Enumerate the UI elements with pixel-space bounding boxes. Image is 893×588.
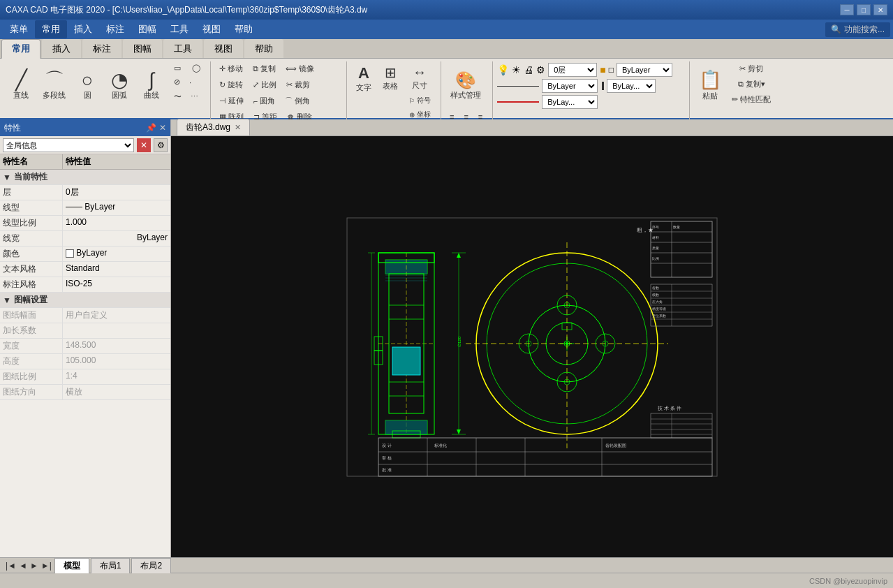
btn-point[interactable]: · xyxy=(185,75,195,89)
prop-val-height[interactable]: 105.000 xyxy=(63,354,170,369)
menu-item-gongju[interactable]: 工具 xyxy=(163,20,195,38)
prop-val-dimstyle[interactable]: ISO-25 xyxy=(63,277,170,292)
function-search[interactable]: 🔍 功能搜索... xyxy=(825,22,890,37)
prop-val-width[interactable]: 148.500 xyxy=(63,339,170,353)
tab-model[interactable]: 模型 xyxy=(54,558,89,573)
btn-circle[interactable]: ○ 圆 xyxy=(72,61,103,109)
panel-icon-btn-settings[interactable]: ⚙ xyxy=(154,138,168,152)
menu-item-bangzhu[interactable]: 帮助 xyxy=(228,20,260,38)
btn-polyline[interactable]: ⌒ 多段线 xyxy=(38,61,71,109)
close-button[interactable]: ✕ xyxy=(873,4,887,15)
prop-name-orientation: 图纸方向 xyxy=(0,385,63,399)
layer-select[interactable]: 0层 xyxy=(548,63,597,77)
svg-text:模数: 模数 xyxy=(652,293,659,297)
panel-icon-btn-x[interactable]: ✕ xyxy=(137,138,151,152)
prop-val-linescale[interactable]: 1.000 xyxy=(63,216,170,230)
nav-prev-button[interactable]: ◄ xyxy=(19,561,27,571)
btn-ellipse[interactable]: ◯ xyxy=(188,61,205,75)
btn-extend[interactable]: ⊣延伸 xyxy=(215,94,248,108)
ribbon-tab-tufu[interactable]: 图幅 xyxy=(123,39,162,58)
menu-item-charu[interactable]: 插入 xyxy=(67,20,99,38)
btn-trim[interactable]: ✂裁剪 xyxy=(282,78,314,92)
btn-rotate[interactable]: ↻旋转 xyxy=(215,78,247,92)
drawing-tab-gear[interactable]: 齿轮A3.dwg ✕ xyxy=(177,119,250,135)
prop-val-papersize[interactable]: 用户自定义 xyxy=(63,308,170,323)
btn-match-label: 特性匹配 xyxy=(740,94,771,105)
btn-mirror[interactable]: ⟺镜像 xyxy=(281,61,318,76)
nav-first-button[interactable]: |◄ xyxy=(6,561,16,571)
btn-chamfer[interactable]: ⌒倒角 xyxy=(281,94,314,108)
menu-item-shitu[interactable]: 视图 xyxy=(195,20,228,38)
header-col-value: 特性值 xyxy=(63,154,170,169)
btn-cut-label: 剪切 xyxy=(748,64,763,74)
panel-selector: 全局信息 ✕ ⚙ xyxy=(0,136,170,154)
section-paper-collapse-icon[interactable]: ▼ xyxy=(3,295,11,305)
prop-val-textstyle[interactable]: Standard xyxy=(63,262,170,277)
ribbon-tab-bangzhu[interactable]: 帮助 xyxy=(244,39,283,58)
panel-selector-dropdown[interactable]: 全局信息 xyxy=(3,138,134,152)
btn-move[interactable]: ✛移动 xyxy=(215,61,247,76)
menu-item-biaozhun[interactable]: 标注 xyxy=(99,20,131,38)
section-collapse-icon[interactable]: ▼ xyxy=(3,172,11,182)
drawing-canvas[interactable]: 序号 数量 材料 质量 比例 粗，★ xyxy=(171,136,893,557)
btn-paste[interactable]: 📋 粘贴 xyxy=(694,61,726,109)
btn-table[interactable]: ⊞ 表格 xyxy=(378,61,403,94)
maximize-button[interactable]: □ xyxy=(857,4,871,15)
panel-pin-button[interactable]: 📌 xyxy=(146,123,156,133)
prop-val-color[interactable]: ByLayer xyxy=(63,247,170,261)
settings-icon: ⚙ xyxy=(536,64,545,75)
menu-item-changyong[interactable]: 常用 xyxy=(35,20,67,38)
drawing-tab-close[interactable]: ✕ xyxy=(235,123,241,132)
btn-hatch[interactable]: ⊘ xyxy=(170,75,184,89)
nav-next-button[interactable]: ► xyxy=(30,561,38,571)
btn-cut[interactable]: ✂剪切 xyxy=(728,61,775,76)
btn-symbol[interactable]: ⚐符号 xyxy=(404,94,435,108)
layer-combo-2[interactable]: ByLayer xyxy=(617,63,672,77)
linewidth-preview xyxy=(602,82,604,90)
btn-style-mgr[interactable]: 🎨 样式管理 xyxy=(445,61,486,109)
btn-scale[interactable]: ⤢比例 xyxy=(249,78,281,92)
btn-line[interactable]: ╱ 直线 xyxy=(6,61,36,109)
rotate-icon: ↻ xyxy=(219,80,226,89)
linewidth-select[interactable]: ByLay... xyxy=(607,79,656,93)
nav-last-button[interactable]: ►| xyxy=(41,561,52,571)
ribbon-tab-charu[interactable]: 插入 xyxy=(42,39,81,58)
linetype-select[interactable]: ByLayer xyxy=(542,79,598,93)
btn-spline[interactable]: 〜 xyxy=(170,89,186,104)
minimize-button[interactable]: ─ xyxy=(840,4,854,15)
prop-val-orientation[interactable]: 横放 xyxy=(63,385,170,399)
prop-val-layer[interactable]: 0层 xyxy=(63,185,170,200)
btn-copy-clip[interactable]: ⧉复制▾ xyxy=(728,77,775,91)
btn-size[interactable]: ↔ 尺寸 xyxy=(407,61,432,94)
btn-more[interactable]: ⋯ xyxy=(186,89,202,104)
btn-coord-label: 坐标 xyxy=(417,110,431,119)
ribbon-tab-biaozhun[interactable]: 标注 xyxy=(82,39,121,58)
btn-copy-mod[interactable]: ⧉复制 xyxy=(249,61,280,76)
tab-layout2[interactable]: 布局2 xyxy=(131,558,171,573)
svg-text:质量: 质量 xyxy=(652,246,659,250)
btn-arc[interactable]: ◔ 圆弧 xyxy=(104,61,135,109)
panel-close-button[interactable]: ✕ xyxy=(159,123,166,133)
mirror-icon: ⟺ xyxy=(286,64,297,73)
menu-item-tufu[interactable]: 图幅 xyxy=(131,20,163,38)
section-current-text: 当前特性 xyxy=(14,171,47,183)
tab-layout1[interactable]: 布局1 xyxy=(91,558,131,573)
btn-text[interactable]: A 文字 xyxy=(351,61,376,96)
btn-curve[interactable]: ∫ 曲线 xyxy=(136,61,167,109)
point-icon: · xyxy=(189,78,191,87)
prop-val-paperscale[interactable]: 1:4 xyxy=(63,369,170,384)
svg-text:齿数: 齿数 xyxy=(652,286,659,290)
btn-fillet[interactable]: ⌐圆角 xyxy=(249,94,279,108)
prop-val-linewidth[interactable]: ByLayer xyxy=(63,231,170,246)
ribbon-tab-shitu[interactable]: 视图 xyxy=(204,39,243,58)
svg-text:审 核: 审 核 xyxy=(382,455,392,460)
btn-match-prop[interactable]: ✏特性匹配 xyxy=(728,92,775,107)
ribbon-tab-gongju[interactable]: 工具 xyxy=(163,39,202,58)
trim-icon: ✂ xyxy=(286,80,293,89)
btn-rect[interactable]: ▭ xyxy=(170,61,187,75)
prop-val-linetype[interactable]: —— ByLayer xyxy=(63,200,170,215)
color-linetype-select[interactable]: ByLay... xyxy=(542,95,598,109)
prop-val-extfactor[interactable] xyxy=(63,323,170,338)
menu-item-caidan[interactable]: 菜单 xyxy=(3,20,35,38)
ribbon-tab-changyong[interactable]: 常用 xyxy=(1,39,40,59)
